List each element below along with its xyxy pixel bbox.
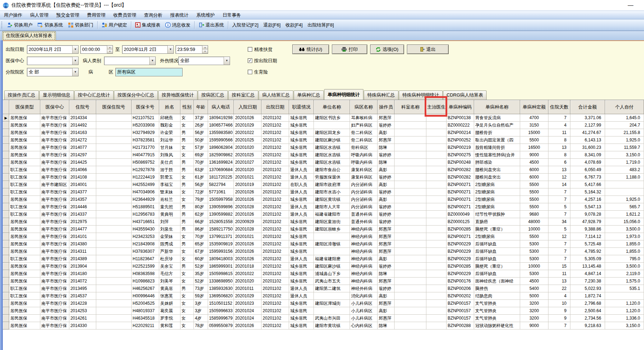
cell[interactable]: 66岁 xyxy=(194,218,208,226)
time-to-spinner[interactable]: ▲▼ xyxy=(202,46,208,53)
cell[interactable]: 南平市医疗保 xyxy=(40,315,69,322)
cell[interactable] xyxy=(395,122,426,129)
cell[interactable]: 20201102 xyxy=(261,315,289,322)
cell[interactable]: 1505998615 xyxy=(208,270,234,278)
cell[interactable]: 20201022 xyxy=(234,129,261,136)
menu-item-5[interactable]: 查询分析 xyxy=(140,11,166,19)
cell[interactable]: H51889501 xyxy=(132,203,159,211)
row-selector[interactable] xyxy=(3,285,9,292)
row-selector[interactable] xyxy=(3,174,9,181)
cell[interactable]: 10 xyxy=(548,300,570,307)
menu-item-0[interactable]: 用户操作 xyxy=(0,11,26,19)
cell[interactable]: 神经内科病 xyxy=(350,226,378,233)
cell[interactable]: 神经内科病 xyxy=(350,278,378,285)
cell[interactable]: 股骨粗隆间骨折 xyxy=(474,144,520,151)
cell[interactable]: 1505996633 xyxy=(208,307,234,315)
cell[interactable]: 肖桂兰 xyxy=(159,196,180,203)
cell[interactable]: 黄高居 xyxy=(159,285,180,292)
row-selector[interactable] xyxy=(3,240,9,248)
cell[interactable]: 6,143.13 xyxy=(570,136,605,144)
cell[interactable]: 郑惠萍 xyxy=(378,233,395,240)
cell[interactable]: 骨二科病区 xyxy=(350,136,378,144)
cell[interactable]: H12224419 xyxy=(132,174,159,181)
cell[interactable] xyxy=(426,285,447,292)
cell[interactable]: 建阳市政府潭 xyxy=(314,181,350,188)
cell[interactable]: 35岁 xyxy=(194,270,208,278)
cell[interactable]: 62岁 xyxy=(194,211,208,218)
cell[interactable]: 3,150.0 xyxy=(605,322,644,329)
cell[interactable]: 建阳市黄坑镇 xyxy=(314,322,350,329)
cell[interactable] xyxy=(426,240,447,248)
cell[interactable]: 陈琳 xyxy=(378,322,395,329)
cell[interactable] xyxy=(395,263,426,270)
cell[interactable]: 居民医保 xyxy=(9,159,40,166)
column-header-15[interactable]: 科室名称 xyxy=(395,100,426,114)
cell[interactable]: 5500 xyxy=(520,196,548,203)
cell[interactable]: 67岁 xyxy=(194,248,208,255)
cell[interactable]: 5500 xyxy=(520,203,548,211)
cell[interactable]: 4,847.14 xyxy=(570,270,605,278)
cell[interactable]: H43716651 xyxy=(132,218,159,226)
cell[interactable]: 面神经疾患（面神经 xyxy=(474,278,520,285)
cell[interactable]: 建阳区童游街 xyxy=(314,218,350,226)
cell[interactable] xyxy=(395,248,426,255)
cell[interactable]: 20201026 xyxy=(234,255,261,263)
cell[interactable]: 1825909862 xyxy=(208,151,234,159)
chevron-down-icon[interactable]: ▼ xyxy=(72,57,78,65)
cell[interactable]: 20201102 xyxy=(261,322,289,329)
cell[interactable]: 7,230.38 xyxy=(570,278,605,285)
cell[interactable] xyxy=(426,315,447,322)
cell[interactable]: 男 xyxy=(180,285,194,292)
row-selector[interactable] xyxy=(3,255,9,263)
cell[interactable] xyxy=(395,211,426,218)
cell[interactable]: 2014492 xyxy=(69,122,96,129)
cell[interactable]: 消化内科病 xyxy=(350,292,378,300)
cell[interactable]: 12 xyxy=(548,233,570,240)
cell[interactable]: 建阳第二建筑 xyxy=(314,285,350,292)
cell[interactable]: 6000 xyxy=(520,174,548,181)
cell[interactable]: 2014108 xyxy=(69,174,96,181)
cell[interactable]: H12927878 xyxy=(132,166,159,174)
time-to-field[interactable]: 23:59:59 ▲▼ xyxy=(176,45,208,54)
cell[interactable]: 2014228 xyxy=(69,300,96,307)
cell[interactable]: 结节性甲状腺肿 xyxy=(474,211,520,218)
cell[interactable]: 支气管肺炎 xyxy=(474,307,520,315)
cell[interactable]: 2014066 xyxy=(69,166,96,174)
cell[interactable]: 女 xyxy=(180,114,194,122)
cell[interactable]: 后循环缺血 xyxy=(474,255,520,263)
cell[interactable]: BZNP00202 xyxy=(447,292,474,300)
cell[interactable]: 2014330 xyxy=(69,322,96,329)
cell[interactable]: 南平市医疗保 xyxy=(40,129,69,136)
cell[interactable]: 女 xyxy=(180,196,194,203)
cell[interactable]: 南平市医疗保 xyxy=(40,144,69,151)
toolbar-button-3[interactable]: 用户锁定 xyxy=(99,21,130,30)
cell[interactable]: 1,855.0 xyxy=(605,248,644,255)
cell[interactable]: 后循环缺血 xyxy=(474,270,520,278)
cell[interactable]: 居民医保 xyxy=(9,129,40,136)
cell[interactable]: 女 xyxy=(180,255,194,263)
cell[interactable] xyxy=(96,144,132,151)
cell[interactable]: 南平市医疗保 xyxy=(40,114,69,122)
cell[interactable]: 葛奕晨 xyxy=(159,307,180,315)
cell[interactable]: 20201011 xyxy=(234,285,261,292)
cell[interactable]: 7 xyxy=(548,114,570,122)
cell[interactable]: 建阳区漳墩镇 xyxy=(314,240,350,248)
cell[interactable]: 暨末妹 xyxy=(159,188,180,196)
cell[interactable] xyxy=(395,129,426,136)
toolbar-button-6[interactable]: 退出系统 xyxy=(196,21,226,30)
cell[interactable] xyxy=(426,122,447,129)
cell[interactable]: 童先照 xyxy=(159,203,180,211)
cell[interactable] xyxy=(395,114,426,122)
cell[interactable] xyxy=(96,240,132,248)
cell[interactable]: 5300 xyxy=(520,248,548,255)
cell[interactable]: 9 xyxy=(548,307,570,315)
cell[interactable]: 5,547.13 xyxy=(570,203,605,211)
cell[interactable]: 吴仕贞 xyxy=(159,159,180,166)
cell[interactable] xyxy=(395,255,426,263)
row-selector[interactable] xyxy=(3,248,9,255)
cell[interactable]: 11,559.7 xyxy=(605,144,644,151)
cell[interactable]: 20201102 xyxy=(261,263,289,270)
cell[interactable]: 南平市医疗保 xyxy=(40,226,69,233)
cell[interactable]: H21107521 xyxy=(132,114,159,122)
chevron-down-icon[interactable]: ▼ xyxy=(72,46,78,53)
